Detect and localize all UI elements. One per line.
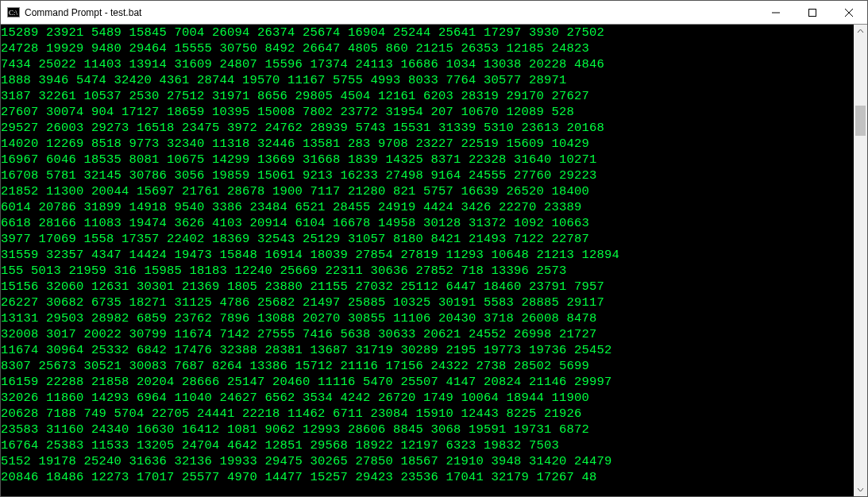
svg-text:C:\: C:\ — [9, 9, 18, 17]
scroll-down-button[interactable] — [854, 483, 867, 496]
console-output[interactable]: 15289 23921 5489 15845 7004 26094 26374 … — [1, 25, 854, 496]
console-line: 15156 32060 12631 30301 21369 1805 23880… — [1, 279, 851, 295]
console-line: 155 5013 21959 316 15985 18183 12240 256… — [1, 263, 851, 279]
titlebar[interactable]: C:\ Command Prompt - test.bat — [1, 1, 867, 25]
console-line: 1888 3946 5474 32420 4361 28744 19570 11… — [1, 72, 851, 88]
console-line: 6014 20786 31899 14918 9540 3386 23484 6… — [1, 199, 851, 215]
scroll-thumb[interactable] — [855, 106, 866, 136]
console-line: 11674 30964 25332 6842 17476 32388 28381… — [1, 342, 851, 358]
svg-rect-3 — [809, 9, 816, 16]
console-line: 26227 30682 6735 18271 31125 4786 25682 … — [1, 295, 851, 310]
console-line: 32026 11860 14293 6964 11040 24627 6562 … — [1, 390, 851, 406]
console-line: 20628 7188 749 5704 22705 24441 22218 11… — [1, 406, 851, 422]
minimize-button[interactable] — [758, 1, 794, 25]
console-line: 27607 30074 904 17127 18659 10395 15008 … — [1, 104, 851, 120]
cmd-icon: C:\ — [7, 6, 20, 19]
console-line: 21852 11300 20044 15697 21761 28678 1900… — [1, 183, 851, 199]
vertical-scrollbar[interactable] — [854, 25, 867, 496]
console-line: 6618 28166 11083 19474 3626 4103 20914 6… — [1, 215, 851, 231]
scroll-up-button[interactable] — [854, 25, 867, 38]
console-line: 16708 5781 32145 30786 3056 19859 15061 … — [1, 168, 851, 183]
console-line: 14020 12269 8518 9773 32340 11318 32446 … — [1, 136, 851, 152]
console-line: 16159 22288 21858 20204 28666 25147 2046… — [1, 374, 851, 390]
console-line: 7434 25022 11403 13914 31609 24807 15596… — [1, 56, 851, 72]
console-line: 16764 25383 11533 13205 24704 4642 12851… — [1, 437, 851, 453]
console-line: 3977 17069 1558 17357 22402 18369 32543 … — [1, 231, 851, 247]
window-title: Command Prompt - test.bat — [25, 7, 141, 18]
console-line: 13131 29503 28982 6859 23762 7896 13088 … — [1, 310, 851, 326]
console-line: 24728 19929 9480 29464 15555 30750 8492 … — [1, 40, 851, 56]
console-line: 23583 31160 24340 16630 16412 1081 9062 … — [1, 422, 851, 437]
console-line: 20846 18486 12273 17017 25577 4970 14477… — [1, 469, 851, 485]
console-line: 5152 19178 25240 31636 32136 19933 29475… — [1, 453, 851, 469]
console-line: 16967 6046 18535 8081 10675 14299 13669 … — [1, 152, 851, 168]
close-button[interactable] — [831, 1, 867, 25]
console-line: 8307 25673 30521 30083 7687 8264 13386 1… — [1, 358, 851, 374]
console-line: 15289 23921 5489 15845 7004 26094 26374 … — [1, 25, 851, 40]
console-line: 32008 3017 20022 30799 11674 7142 27555 … — [1, 326, 851, 342]
console-line: 31559 32357 4347 14424 19473 15848 16914… — [1, 247, 851, 263]
client-area: 15289 23921 5489 15845 7004 26094 26374 … — [1, 25, 867, 496]
console-line: 29527 26003 29273 16518 23475 3972 24762… — [1, 120, 851, 136]
window-frame: C:\ Command Prompt - test.bat 15289 2392… — [0, 0, 868, 497]
console-line: 3187 32261 10537 2530 27512 31971 8656 2… — [1, 88, 851, 104]
maximize-button[interactable] — [794, 1, 831, 25]
